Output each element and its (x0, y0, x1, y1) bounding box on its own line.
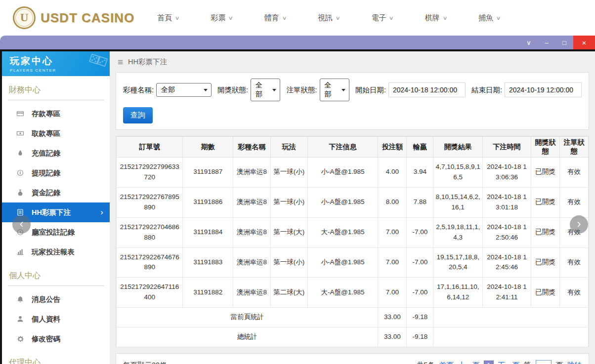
order-status-value: 全部 (325, 81, 337, 99)
cell-bet-info: 小-A盤@1.985 (307, 187, 378, 217)
jump-page-input[interactable] (536, 360, 552, 364)
cell-bet-amount: 7.00 (378, 247, 407, 278)
droplet-icon (16, 149, 25, 157)
banknote-icon (16, 129, 25, 137)
nav-item-slots[interactable]: 電子 ∨ (371, 13, 393, 23)
next-page-link[interactable]: 下一页 (498, 361, 520, 364)
section-agent-center: 代理中心 (8, 355, 104, 364)
summary-total-winloss: -9.18 (407, 327, 433, 347)
sidebar-item-label: 資金記錄 (32, 188, 60, 198)
maximize-button[interactable]: □ (555, 36, 573, 49)
cell-order-status: 有效 (559, 158, 588, 188)
breadcrumb: ≡ HH彩票下注 (116, 51, 589, 72)
prev-page-link[interactable]: 上一页 (458, 361, 480, 364)
cell-win-loss: -7.00 (407, 217, 433, 247)
jump-button[interactable]: 跳转 (567, 361, 582, 364)
draw-status-value: 全部 (255, 81, 268, 99)
scroll-left-button[interactable]: ‹ (12, 215, 31, 234)
summary-total-bet: 33.00 (378, 327, 407, 347)
window-titlebar: ∨ – □ × (0, 36, 595, 49)
sidebar-item-profile[interactable]: 個人資料 (2, 309, 110, 329)
cell-order-no: 2152172922647116400 (117, 278, 183, 308)
cell-win-loss: 7.88 (407, 187, 433, 217)
sidebar-item-change-password[interactable]: 修改密碼 (2, 329, 110, 349)
cell-draw-status: 已開獎 (531, 278, 559, 308)
lottery-name-select[interactable]: 全部 (156, 83, 212, 97)
nav-item-label: 電子 (371, 13, 386, 23)
nav-item-fishing[interactable]: 捕魚 ∨ (478, 13, 500, 23)
cell-draw-status: 已開獎 (531, 247, 559, 278)
cell-bet-time: 2024-10-18 13:01:18 (483, 187, 531, 217)
sidebar-item-funds-records[interactable]: 資金記錄 (2, 183, 110, 202)
cell-bet-info: 大-A盤@1.985 (307, 278, 378, 308)
jump-label-after: 页 (556, 361, 563, 364)
nav-item-video[interactable]: 視訊 ∨ (318, 13, 340, 23)
col-bet-amount: 投注額 (378, 137, 407, 158)
close-button[interactable]: × (573, 36, 595, 49)
nav-item-lottery[interactable]: 彩票 ∨ (211, 13, 232, 23)
cell-period: 31191886 (183, 187, 233, 217)
cell-period: 31191887 (183, 158, 233, 188)
nav-item-home[interactable]: 首頁 ∨ (157, 13, 179, 23)
sidebar-item-deposit[interactable]: 存款專區 (2, 104, 110, 123)
cell-play: 第一球(小) (270, 187, 307, 217)
minimize-button[interactable]: – (538, 36, 555, 49)
sidebar-item-player-bet-report[interactable]: 玩家投注報表 (2, 242, 110, 262)
cell-win-loss: -7.00 (407, 247, 433, 278)
cell-bet-info: 小-A盤@1.985 (307, 158, 378, 188)
sidebar-item-label: 個人資料 (32, 315, 60, 324)
nav-item-label: 棋牌 (425, 13, 440, 23)
section-finance-center: 財務中心 (8, 82, 104, 100)
cell-period: 31191882 (183, 278, 233, 308)
nav-item-label: 視訊 (318, 13, 333, 23)
gear-icon (16, 335, 25, 343)
cell-bet-info: 大-A盤@1.985 (307, 217, 378, 247)
main-content: ≡ HH彩票下注 彩種名稱: 全部 開獎狀態: 全部 注單狀態: 全部 (110, 51, 595, 364)
draw-status-select[interactable]: 全部 (251, 79, 280, 101)
summary-current-winloss: -9.18 (407, 308, 433, 327)
end-date-input[interactable] (505, 82, 582, 97)
scroll-right-button[interactable]: › (570, 215, 588, 234)
table-row: 2152172922704686880 31191884 澳洲幸运8 第一球(大… (117, 217, 589, 247)
nav-item-label: 彩票 (211, 13, 225, 23)
total-count-text: 共5条 (417, 361, 435, 364)
collapse-window-button[interactable]: ∨ (520, 36, 538, 49)
bar-chart-icon (16, 248, 25, 256)
nav-item-cards[interactable]: 棋牌 ∨ (425, 13, 447, 23)
summary-current-empty (433, 308, 589, 327)
chevron-right-icon: › (100, 207, 103, 217)
hamburger-icon[interactable]: ≡ (118, 57, 123, 67)
arrow-left-icon: ‹ (20, 217, 24, 231)
brand-logo[interactable]: U USDT CASINO (13, 6, 134, 29)
cell-win-loss: 3.94 (407, 158, 433, 188)
start-date-input[interactable] (388, 82, 466, 97)
select-caret-icon (204, 89, 208, 91)
first-page-link[interactable]: 首页 (439, 361, 454, 364)
select-caret-icon (341, 89, 345, 91)
sidebar-item-withdraw[interactable]: 取款專區 (2, 123, 110, 143)
sidebar-item-label: HH彩票下注 (32, 208, 71, 217)
cell-win-loss: -7.00 (407, 278, 433, 308)
cell-order-status: 有效 (559, 278, 588, 308)
search-button[interactable]: 查詢 (123, 107, 153, 123)
sidebar-item-announcements[interactable]: 消息公告 (2, 289, 110, 309)
nav-item-sports[interactable]: 體育 ∨ (264, 13, 286, 23)
summary-total-empty (433, 327, 589, 347)
order-status-select[interactable]: 全部 (320, 79, 349, 101)
cell-draw-status: 已開獎 (531, 187, 559, 217)
pager: 共5条 首页 上一页 1 下一页 第 页 跳转 (417, 360, 582, 364)
cell-bet-amount: 8.00 (378, 187, 407, 217)
summary-row-current-page: 當前頁統計 33.00 -9.18 (117, 308, 589, 327)
deposit-card-icon (16, 110, 25, 118)
sidebar-item-recharge-records[interactable]: 充值記錄 (2, 143, 110, 163)
draw-status-label: 開獎狀態: (217, 85, 248, 95)
filter-row: 彩種名稱: 全部 開獎狀態: 全部 注單狀態: 全部 開始日期: 結束日期: (123, 79, 582, 101)
current-page-badge[interactable]: 1 (484, 361, 493, 364)
col-lottery-name: 彩種名稱 (233, 137, 270, 158)
cell-lottery-name: 澳洲幸运8 (233, 217, 270, 247)
main-nav: 首頁 ∨ 彩票 ∨ 體育 ∨ 視訊 ∨ 電子 ∨ 棋牌 ∨ 捕魚 ∨ (157, 13, 500, 23)
cell-draw-status: 已開獎 (531, 158, 559, 188)
sidebar-item-withdrawal-records[interactable]: 提現記錄 (2, 163, 110, 183)
players-center-subtitle: PLAYERS CENTER (10, 68, 110, 73)
section-personal-center: 個人中心 (8, 268, 104, 286)
